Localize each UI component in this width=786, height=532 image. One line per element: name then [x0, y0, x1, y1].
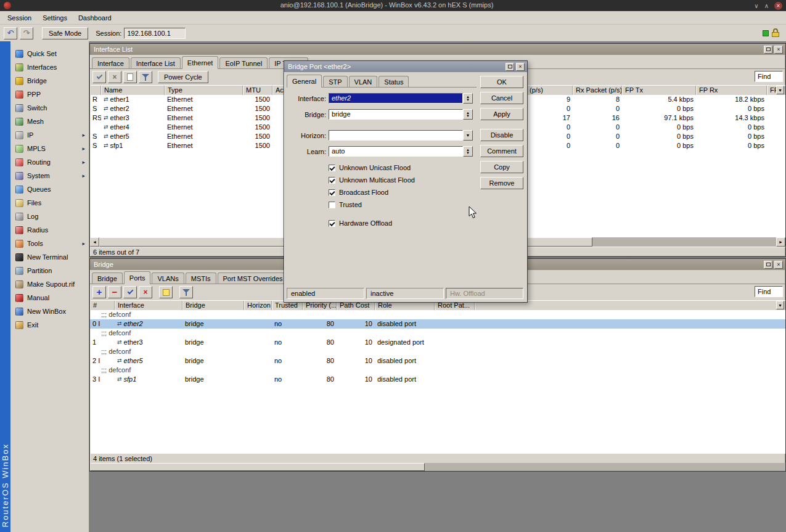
field-input-bridge[interactable]: bridge [329, 109, 463, 120]
sidebar-item-new-winbox[interactable]: New WinBox [10, 305, 89, 318]
sidebar-item-log[interactable]: Log [10, 210, 89, 223]
interface-tab-eoip-tunnel[interactable]: EoIP Tunnel [219, 57, 268, 68]
checkbox-trusted[interactable]: Trusted [329, 200, 362, 209]
horizontal-scrollbar[interactable] [90, 463, 785, 471]
checkbox-unknown-unicast-flood[interactable]: Unknown Unicast Flood [329, 163, 411, 172]
sidebar-item-mesh[interactable]: Mesh [10, 115, 89, 128]
sidebar-item-system[interactable]: System▸ [10, 169, 89, 182]
add-button[interactable]: + [92, 286, 106, 298]
dialog-tab-general[interactable]: General [287, 75, 322, 88]
field-input-horizon[interactable] [329, 130, 463, 141]
checkbox-broadcast-flood[interactable]: Broadcast Flood [329, 188, 388, 197]
app-icon[interactable] [4, 2, 11, 9]
checkbox-unknown-multicast-flood[interactable]: Unknown Multicast Flood [329, 176, 415, 184]
col-header-p-s[interactable]: (p/s) [526, 86, 573, 96]
col-header-blank[interactable]: # [90, 301, 115, 311]
restore-button[interactable] [506, 63, 514, 71]
col-header-fp-rx[interactable]: FP Rx [696, 86, 767, 96]
safe-mode-button[interactable]: Safe Mode [42, 27, 88, 39]
power-cycle-button[interactable]: Power Cycle [158, 71, 208, 83]
updown-button[interactable]: ▲▼ [463, 146, 473, 157]
col-header-fp-tx[interactable]: FP Tx [622, 86, 696, 96]
session-input[interactable] [124, 28, 186, 39]
bridge-tab-mstis[interactable]: MSTIs [186, 272, 216, 284]
dialog-tab-vlan[interactable]: VLAN [349, 76, 378, 87]
bridge-port-row[interactable]: 1⇄ether3bridgeno8010designated port [90, 338, 785, 347]
comment-button[interactable]: Comment [480, 145, 523, 157]
menu-dashboard[interactable]: Dashboard [73, 12, 117, 23]
field-input-learn[interactable]: auto [329, 146, 463, 157]
bridge-port-row[interactable]: 3 I⇄sfp1bridgeno8010disabled port [90, 375, 785, 384]
sidebar-item-make-supout-rif[interactable]: Make Supout.rif [10, 277, 89, 291]
interface-list-titlebar[interactable]: Interface List × [90, 44, 785, 55]
comment-button[interactable] [123, 71, 137, 83]
restore-button[interactable] [764, 261, 772, 269]
field-input-interface[interactable]: ether2 [329, 93, 463, 104]
sidebar-item-manual[interactable]: Manual [10, 291, 89, 305]
undo-button[interactable]: ↶ [4, 27, 17, 39]
redo-button[interactable]: ↷ [20, 27, 33, 39]
enable-button[interactable] [123, 286, 137, 298]
updown-button[interactable]: ▲▼ [463, 109, 473, 120]
interface-tab-interface[interactable]: Interface [92, 57, 129, 68]
scroll-right-icon[interactable]: ► [776, 237, 785, 247]
sidebar-item-switch[interactable]: Switch [10, 101, 89, 115]
sidebar-item-radius[interactable]: Radius [10, 223, 89, 237]
scroll-track[interactable] [592, 237, 776, 247]
disable-button[interactable]: Disable [480, 129, 523, 141]
dialog-tab-status[interactable]: Status [379, 76, 409, 87]
updown-button[interactable]: ▲▼ [463, 93, 473, 104]
close-button[interactable]: × [774, 46, 783, 54]
bridge-tab-ports[interactable]: Ports [124, 271, 151, 284]
find-input[interactable] [755, 286, 783, 297]
col-header-rx-packet-p-s[interactable]: Rx Packet (p/s) [573, 86, 622, 96]
interface-tab-interface-list[interactable]: Interface List [131, 57, 181, 68]
sidebar-item-exit[interactable]: Exit [10, 318, 89, 332]
sidebar-item-ip[interactable]: IP▸ [10, 128, 89, 142]
ok-button[interactable]: OK [480, 76, 523, 88]
scroll-left-icon[interactable]: ◄ [90, 237, 99, 247]
column-select-button[interactable]: ▼ [776, 301, 784, 309]
interface-tab-ethernet[interactable]: Ethernet [182, 56, 219, 69]
copy-button[interactable]: Copy [480, 161, 523, 173]
checkbox-hardware-offload[interactable]: Hardware Offload [329, 219, 392, 227]
filter-button[interactable] [139, 71, 152, 83]
sidebar-item-mpls[interactable]: MPLS▸ [10, 142, 89, 155]
sidebar-item-queues[interactable]: Queues [10, 182, 89, 196]
bridge-port-row[interactable]: 2 I⇄ether5bridgeno8010disabled port [90, 356, 785, 366]
bridge-port-row[interactable]: 0 I⇄ether2bridgeno8010disabled port [90, 319, 785, 329]
sidebar-item-tools[interactable]: Tools▸ [10, 237, 89, 250]
close-icon[interactable]: × [774, 2, 782, 10]
disable-button[interactable]: × [108, 71, 121, 83]
dialog-titlebar[interactable]: Bridge Port <ether2> × [284, 61, 527, 72]
col-header-type[interactable]: Type [165, 86, 243, 96]
sidebar-item-ppp[interactable]: PPP [10, 88, 89, 101]
bridge-tab-vlans[interactable]: VLANs [152, 272, 184, 284]
sidebar-item-interfaces[interactable]: Interfaces [10, 60, 89, 74]
col-header-spacer-0[interactable] [90, 86, 101, 96]
col-header-mtu[interactable]: MTU [243, 86, 272, 96]
filter-button[interactable] [179, 286, 193, 298]
disable-button[interactable]: × [139, 286, 152, 298]
col-header-name[interactable]: Name [101, 86, 165, 96]
comment-button[interactable] [159, 286, 173, 298]
sidebar-item-files[interactable]: Files [10, 196, 89, 210]
menu-settings[interactable]: Settings [37, 12, 73, 23]
remove-button[interactable]: Remove [480, 177, 523, 189]
sidebar-item-quick-set[interactable]: Quick Set [10, 47, 89, 60]
bridge-tab-port-mst-overrides[interactable]: Port MST Overrides [218, 272, 289, 284]
col-header-bridge[interactable]: Bridge [182, 301, 244, 311]
maximize-icon[interactable]: ∧ [764, 2, 769, 10]
close-button[interactable]: × [774, 261, 783, 269]
sidebar-item-partition[interactable]: Partition [10, 264, 89, 277]
remove-button[interactable]: − [108, 286, 121, 298]
menu-session[interactable]: Session [2, 12, 37, 23]
apply-button[interactable]: Apply [480, 108, 523, 120]
close-button[interactable]: × [516, 63, 525, 71]
dialog-tab-stp[interactable]: STP [323, 76, 347, 87]
cancel-button[interactable]: Cancel [480, 92, 523, 104]
bridge-tab-bridge[interactable]: Bridge [92, 272, 123, 284]
minimize-icon[interactable]: ∨ [754, 2, 758, 10]
restore-button[interactable] [764, 46, 772, 54]
enable-button[interactable] [92, 71, 106, 83]
